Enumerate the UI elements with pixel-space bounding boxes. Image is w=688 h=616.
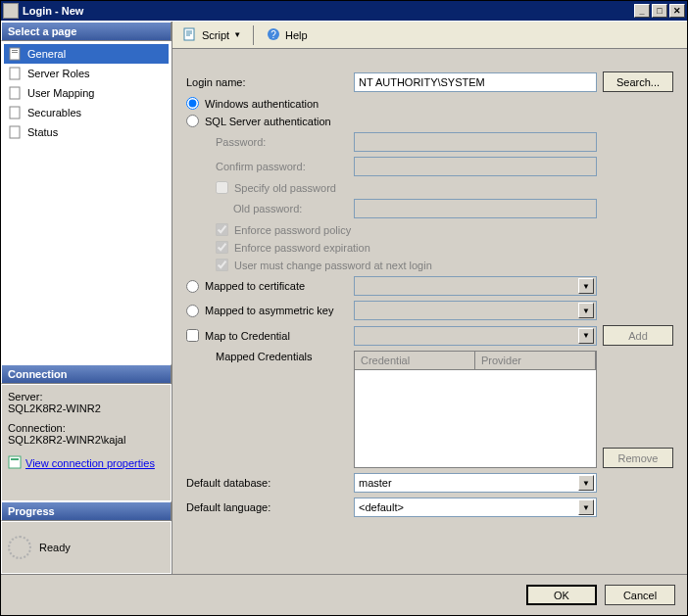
sql-auth-row: SQL Server authentication xyxy=(186,115,673,127)
sql-auth-label: SQL Server authentication xyxy=(205,116,331,127)
svg-rect-7 xyxy=(9,456,21,468)
sidebar-item-securables[interactable]: Securables xyxy=(4,103,169,122)
window-controls: _ □ ✕ xyxy=(634,4,685,18)
sidebar-item-label: General xyxy=(27,48,66,60)
login-name-label: Login name: xyxy=(186,76,348,88)
sidebar-item-user-mapping[interactable]: User Mapping xyxy=(4,83,169,103)
help-icon: ? xyxy=(266,26,281,44)
window-title: Login - New xyxy=(23,5,634,17)
old-password-input xyxy=(354,199,597,218)
mapped-credentials-label: Mapped Credentials xyxy=(186,351,348,362)
svg-rect-6 xyxy=(10,126,20,138)
progress-box: Ready xyxy=(1,521,172,574)
windows-auth-radio[interactable] xyxy=(186,97,199,110)
mapped-cert-row: Mapped to certificate xyxy=(186,280,348,293)
sidebar-item-server-roles[interactable]: Server Roles xyxy=(4,64,169,83)
enforce-expiration-row: Enforce password expiration xyxy=(186,241,673,254)
view-connection-properties-link[interactable]: View connection properties xyxy=(8,455,165,471)
svg-rect-4 xyxy=(10,87,20,99)
svg-text:?: ? xyxy=(270,29,276,40)
progress-header: Progress xyxy=(1,501,172,521)
svg-rect-5 xyxy=(10,107,20,118)
svg-rect-8 xyxy=(11,458,19,460)
windows-auth-label: Windows authentication xyxy=(205,98,319,110)
select-page-header: Select a page xyxy=(1,22,172,41)
enforce-policy-label: Enforce password policy xyxy=(234,224,351,236)
must-change-row: User must change password at next login xyxy=(186,259,673,271)
add-button: Add xyxy=(603,325,673,346)
dropdown-arrow-icon: ▼ xyxy=(578,475,594,491)
password-input xyxy=(354,132,597,152)
windows-auth-row: Windows authentication xyxy=(186,97,673,110)
sidebar-item-general[interactable]: General xyxy=(4,44,169,64)
help-button[interactable]: ? Help xyxy=(262,24,312,46)
dropdown-arrow-icon: ▼ xyxy=(578,278,594,294)
specify-old-password-checkbox xyxy=(216,181,228,194)
connection-label: Connection: xyxy=(8,422,165,434)
login-name-input[interactable] xyxy=(354,72,597,92)
app-icon xyxy=(3,3,19,19)
page-icon xyxy=(8,85,24,101)
cancel-button[interactable]: Cancel xyxy=(605,585,675,605)
cred-table-header: Credential Provider xyxy=(355,352,596,370)
map-cred-row: Map to Credential xyxy=(186,329,348,342)
spacer xyxy=(186,61,673,67)
sidebar-item-label: User Mapping xyxy=(27,87,94,99)
login-new-dialog: Login - New _ □ ✕ Select a page General … xyxy=(0,0,688,616)
confirm-password-label: Confirm password: xyxy=(186,161,348,172)
svg-rect-9 xyxy=(184,28,194,40)
sidebar-item-label: Securables xyxy=(27,107,81,118)
svg-rect-2 xyxy=(12,52,18,53)
close-button[interactable]: ✕ xyxy=(669,4,685,18)
map-cred-select: ▼ xyxy=(354,326,597,346)
page-icon xyxy=(8,66,24,81)
map-cred-checkbox[interactable] xyxy=(186,329,199,342)
mapped-asym-radio[interactable] xyxy=(186,305,199,317)
maximize-button[interactable]: □ xyxy=(652,4,667,18)
page-icon xyxy=(8,105,24,120)
dropdown-arrow-icon: ▼ xyxy=(578,499,594,515)
connection-value: SQL2K8R2-WINR2\kajal xyxy=(8,434,165,446)
connection-box: Server: SQL2K8R2-WINR2 Connection: SQL2K… xyxy=(1,384,172,501)
confirm-password-input xyxy=(354,157,597,176)
mapped-asym-label: Mapped to asymmetric key xyxy=(205,305,333,316)
connection-header: Connection xyxy=(1,364,172,384)
dialog-footer: OK Cancel xyxy=(1,574,687,615)
svg-rect-1 xyxy=(12,50,18,51)
default-db-value: master xyxy=(359,477,392,489)
dropdown-arrow-icon: ▼ xyxy=(578,328,594,344)
default-lang-select[interactable]: <default> ▼ xyxy=(354,498,597,517)
search-button[interactable]: Search... xyxy=(603,71,673,92)
specify-old-password-row: Specify old password xyxy=(186,181,673,194)
cred-side-buttons: Remove xyxy=(603,351,673,468)
script-label: Script xyxy=(202,29,229,41)
map-cred-label: Map to Credential xyxy=(205,330,290,342)
enforce-policy-row: Enforce password policy xyxy=(186,223,673,236)
must-change-checkbox xyxy=(216,259,228,271)
ok-button[interactable]: OK xyxy=(526,585,597,605)
sidebar: Select a page General Server Roles User … xyxy=(1,22,172,574)
mapped-cert-radio[interactable] xyxy=(186,280,199,293)
progress-status: Ready xyxy=(39,542,71,553)
sidebar-item-label: Server Roles xyxy=(27,68,90,79)
default-db-select[interactable]: master ▼ xyxy=(354,473,597,493)
server-label: Server: xyxy=(8,391,165,403)
enforce-expiration-checkbox xyxy=(216,241,228,254)
main-panel: Script ▼ ? Help Login name: Search... xyxy=(172,22,687,574)
default-lang-label: Default language: xyxy=(186,501,348,513)
enforce-policy-checkbox xyxy=(216,223,228,236)
help-label: Help xyxy=(285,29,308,41)
server-value: SQL2K8R2-WINR2 xyxy=(8,403,165,414)
page-list: General Server Roles User Mapping Secura… xyxy=(1,41,172,364)
old-password-label: Old password: xyxy=(186,203,348,214)
default-lang-value: <default> xyxy=(359,501,404,513)
must-change-label: User must change password at next login xyxy=(234,260,432,271)
sql-auth-radio[interactable] xyxy=(186,115,199,127)
script-button[interactable]: Script ▼ xyxy=(178,24,245,46)
mapped-credentials-table: Credential Provider xyxy=(354,351,597,468)
sidebar-item-status[interactable]: Status xyxy=(4,122,169,142)
minimize-button[interactable]: _ xyxy=(634,4,650,18)
mapped-asym-select: ▼ xyxy=(354,301,597,320)
script-icon xyxy=(182,26,198,44)
progress-spinner-icon xyxy=(8,536,31,559)
